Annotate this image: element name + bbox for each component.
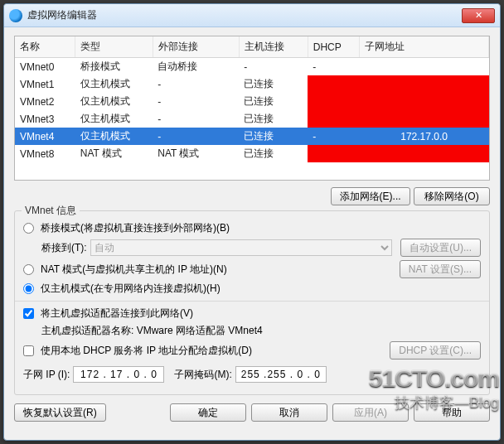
content-area: 名称类型外部连接主机连接DHCP子网地址 VMnet0桥接模式自动桥接--VMn… — [4, 27, 500, 430]
adapter-name-label: 主机虚拟适配器名称: VMware 网络适配器 VMnet4 — [41, 324, 263, 338]
network-table[interactable]: 名称类型外部连接主机连接DHCP子网地址 VMnet0桥接模式自动桥接--VMn… — [14, 36, 490, 181]
close-button[interactable]: ✕ — [462, 8, 495, 23]
subnet-mask-input[interactable] — [235, 366, 327, 383]
subnet-mask-label: 子网掩码(M): — [174, 368, 231, 382]
subnet-ip-input[interactable] — [73, 366, 164, 383]
radio-bridge-label: 桥接模式(将虚拟机直接连接到外部网络)(B) — [41, 221, 230, 235]
chk-connect-adapter[interactable] — [23, 308, 34, 319]
chk-dhcp[interactable] — [23, 345, 34, 356]
vmnet-info-group: VMnet 信息 桥接模式(将虚拟机直接连接到外部网络)(B) 桥接到(T): … — [14, 210, 490, 395]
chk-dhcp-label: 使用本地 DHCP 服务将 IP 地址分配给虚拟机(D) — [41, 344, 381, 358]
col-header[interactable]: 类型 — [75, 36, 153, 58]
auto-settings-button[interactable]: 自动设置(U)... — [400, 239, 481, 257]
table-row[interactable]: VMnet2仅主机模式-已连接 — [15, 93, 489, 110]
bridge-to-combo[interactable]: 自动 — [90, 239, 393, 256]
table-row[interactable]: VMnet3仅主机模式-已连接 — [15, 110, 489, 128]
chk-connect-label: 将主机虚拟适配器连接到此网络(V) — [41, 306, 193, 321]
col-header[interactable]: 名称 — [15, 36, 75, 58]
group-title: VMnet 信息 — [22, 204, 80, 218]
apply-button[interactable]: 应用(A) — [332, 403, 409, 422]
col-header[interactable]: 外部连接 — [153, 36, 239, 58]
col-header[interactable]: 主机连接 — [239, 36, 308, 58]
table-row[interactable]: VMnet1仅主机模式-已连接 — [15, 75, 489, 93]
add-network-button[interactable]: 添加网络(E)... — [331, 187, 410, 205]
table-row[interactable]: VMnet0桥接模式自动桥接-- — [15, 58, 489, 76]
radio-nat-label: NAT 模式(与虚拟机共享主机的 IP 地址)(N) — [41, 263, 391, 277]
radio-bridge[interactable] — [23, 223, 34, 234]
radio-hostonly[interactable] — [23, 283, 34, 294]
restore-defaults-button[interactable]: 恢复默认设置(R) — [14, 403, 106, 422]
app-icon — [9, 9, 22, 22]
table-row[interactable]: VMnet4仅主机模式-已连接-172.17.0.0 — [15, 128, 489, 145]
col-header[interactable]: 子网地址 — [360, 36, 489, 58]
nat-settings-button[interactable]: NAT 设置(S)... — [400, 260, 481, 278]
ok-button[interactable]: 确定 — [170, 403, 246, 422]
col-header[interactable]: DHCP — [308, 36, 359, 58]
table-row[interactable]: VMnet8NAT 模式NAT 模式已连接 — [15, 145, 489, 162]
window-title: 虚拟网络编辑器 — [27, 8, 462, 22]
subnet-ip-label: 子网 IP (I): — [23, 368, 70, 382]
cancel-button[interactable]: 取消 — [251, 403, 327, 422]
bridge-to-label: 桥接到(T): — [41, 241, 87, 255]
dhcp-settings-button[interactable]: DHCP 设置(C)... — [390, 341, 481, 360]
remove-network-button[interactable]: 移除网络(O) — [414, 187, 490, 205]
virtual-network-editor-window: 虚拟网络编辑器 ✕ 名称类型外部连接主机连接DHCP子网地址 VMnet0桥接模… — [3, 3, 501, 441]
titlebar[interactable]: 虚拟网络编辑器 ✕ — [4, 4, 500, 27]
radio-hostonly-label: 仅主机模式(在专用网络内连接虚拟机)(H) — [41, 282, 220, 296]
radio-nat[interactable] — [23, 264, 34, 275]
help-button[interactable]: 帮助 — [414, 403, 490, 422]
